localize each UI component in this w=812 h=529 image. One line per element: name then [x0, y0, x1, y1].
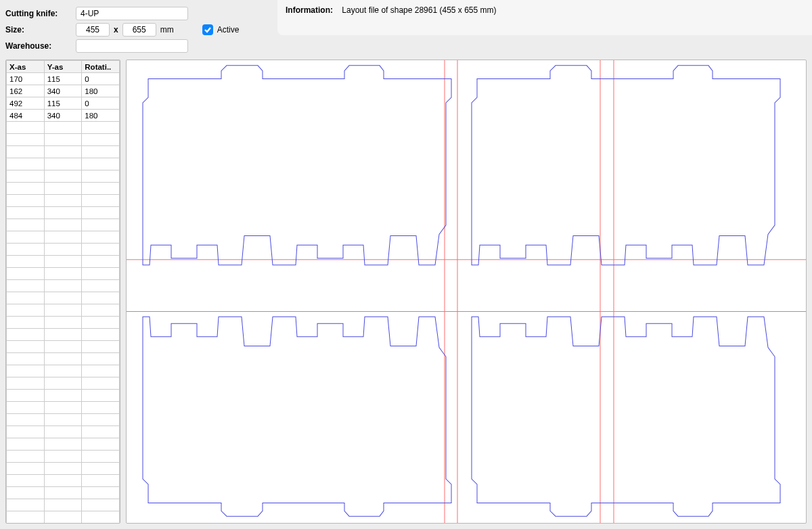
table-row[interactable]: 4921150: [7, 97, 120, 110]
table-row[interactable]: [7, 402, 120, 414]
table-row[interactable]: [7, 341, 120, 353]
checkbox-active[interactable]: Active: [202, 24, 240, 35]
information-panel: Information: Layout file of shape 28961 …: [277, 0, 812, 35]
table-header[interactable]: X-as: [7, 61, 45, 73]
table-row[interactable]: [7, 414, 120, 426]
table-row[interactable]: [7, 353, 120, 365]
table-row[interactable]: [7, 170, 120, 183]
table-row[interactable]: [7, 377, 120, 390]
table-row[interactable]: [7, 426, 120, 438]
table-row[interactable]: [7, 207, 120, 219]
label-unit-mm: mm: [156, 25, 174, 34]
input-size-height[interactable]: [122, 23, 156, 37]
table-row[interactable]: [7, 317, 120, 329]
table-row[interactable]: [7, 195, 120, 207]
table-row[interactable]: [7, 451, 120, 463]
label-warehouse: Warehouse:: [5, 41, 76, 51]
table-row[interactable]: [7, 524, 120, 524]
table-row[interactable]: [7, 268, 120, 280]
table-row[interactable]: [7, 499, 120, 511]
table-row[interactable]: [7, 256, 120, 268]
table-row[interactable]: [7, 511, 120, 524]
table-row[interactable]: [7, 183, 120, 195]
table-row[interactable]: [7, 475, 120, 487]
table-row[interactable]: [7, 158, 120, 170]
input-warehouse[interactable]: [76, 39, 188, 53]
input-cutting-knife[interactable]: [76, 7, 188, 20]
table-row[interactable]: 1701150: [7, 73, 120, 85]
table-row[interactable]: 484340180: [7, 110, 120, 122]
table-header[interactable]: Y-as: [44, 61, 82, 73]
table-row[interactable]: [7, 329, 120, 341]
label-size: Size:: [5, 25, 76, 34]
table-row[interactable]: [7, 146, 120, 158]
table-header[interactable]: Rotati..: [82, 61, 120, 73]
layout-canvas[interactable]: [126, 60, 807, 524]
table-row[interactable]: [7, 304, 120, 317]
table-row[interactable]: [7, 438, 120, 451]
table-row[interactable]: [7, 134, 120, 146]
positions-table[interactable]: X-asY-asRotati..170115016234018049211504…: [5, 60, 120, 524]
form-panel: Cutting knife: Size: x mm Active Warehou…: [0, 0, 277, 60]
table-row[interactable]: [7, 122, 120, 134]
information-value: Layout file of shape 28961 (455 x 655 mm…: [342, 5, 496, 15]
table-row[interactable]: [7, 231, 120, 244]
table-row[interactable]: [7, 219, 120, 231]
table-row[interactable]: [7, 292, 120, 304]
table-row[interactable]: [7, 365, 120, 377]
checkmark-icon: [202, 24, 213, 35]
table-row[interactable]: 162340180: [7, 85, 120, 97]
table-row[interactable]: [7, 463, 120, 475]
label-x-separator: x: [110, 25, 122, 34]
label-active: Active: [217, 25, 240, 34]
table-row[interactable]: [7, 244, 120, 256]
table-row[interactable]: [7, 280, 120, 292]
label-cutting-knife: Cutting knife:: [5, 9, 76, 18]
table-row[interactable]: [7, 487, 120, 499]
table-row[interactable]: [7, 390, 120, 402]
input-size-width[interactable]: [76, 23, 110, 37]
label-information: Information:: [286, 5, 340, 15]
